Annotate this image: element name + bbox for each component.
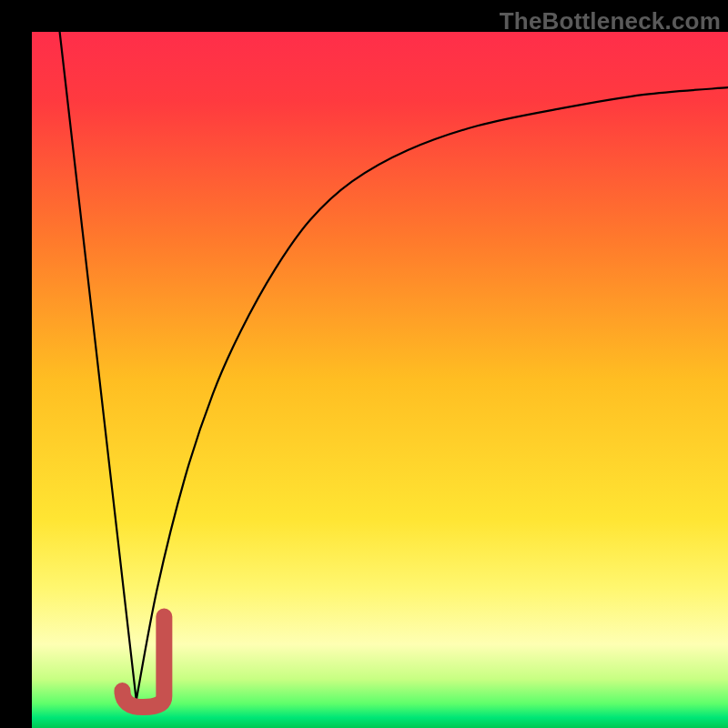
chart-frame: TheBottleneck.com bbox=[0, 0, 728, 728]
bottleneck-plot bbox=[32, 32, 728, 728]
plot-background bbox=[32, 32, 728, 728]
